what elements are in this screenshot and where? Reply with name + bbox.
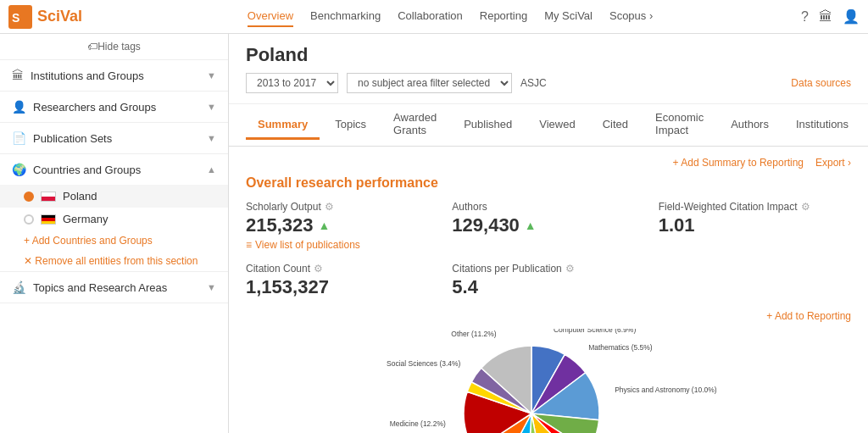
- pie-label: Computer Science (6.9%): [554, 329, 636, 334]
- scholarly-output-trend-icon: ▲: [319, 219, 331, 232]
- add-to-reporting-link[interactable]: + Add to Reporting: [246, 310, 851, 322]
- main-panel: + Add Summary to Reporting Export › Over…: [229, 147, 868, 433]
- citations-per-pub-value: 5.4: [452, 276, 644, 298]
- pie-label: Other (11.2%): [451, 330, 497, 338]
- nav-overview[interactable]: Overview: [248, 6, 293, 27]
- pie-label: Physics and Astronomy (10.0%): [615, 386, 717, 394]
- citations-per-pub-label: Citations per Publication ⚙: [452, 263, 644, 275]
- tab-economic-impact[interactable]: Economic Impact: [643, 104, 715, 146]
- nav-benchmarking[interactable]: Benchmarking: [310, 6, 381, 27]
- list-icon: ≡: [246, 239, 252, 251]
- subject-filter-select[interactable]: no subject area filter selected: [347, 73, 512, 93]
- sidebar-section-institutions: 🏛 Institutions and Groups ▼: [0, 60, 228, 92]
- sidebar-institutions-header[interactable]: 🏛 Institutions and Groups ▼: [0, 60, 228, 91]
- scholarly-output-value: 215,323 ▲: [246, 214, 438, 236]
- hide-tags-button[interactable]: 🏷 Hide tags: [0, 34, 228, 60]
- nav-collaboration[interactable]: Collaboration: [398, 6, 463, 27]
- date-range-select[interactable]: 2013 to 2017: [246, 73, 338, 93]
- sidebar-section-researchers: 👤 Researchers and Groups ▼: [0, 92, 228, 123]
- view-list-link[interactable]: ≡ View list of publications: [246, 239, 438, 251]
- main-layout: 🏷 Hide tags 🏛 Institutions and Groups ▼ …: [0, 34, 868, 433]
- tag-icon: 🏷: [87, 41, 97, 53]
- sidebar-countries-header[interactable]: 🌍 Countries and Groups ▲: [0, 154, 228, 185]
- tab-summary[interactable]: Summary: [246, 111, 320, 140]
- sidebar-section-topics: 🔬 Topics and Research Areas ▼: [0, 272, 228, 303]
- nav-scopus[interactable]: Scopus ›: [609, 6, 653, 27]
- topics-icon: 🔬: [12, 280, 26, 294]
- nav-right: ? 🏛 👤: [801, 8, 860, 25]
- citation-count-value: 1,153,327: [246, 276, 438, 298]
- citations-per-pub-gear-icon[interactable]: ⚙: [565, 263, 575, 275]
- stat-scholarly-output: Scholarly Output ⚙ 215,323 ▲ ≡ View list…: [246, 201, 438, 251]
- filter-row: 2013 to 2017 no subject area filter sele…: [246, 73, 851, 93]
- sidebar-section-countries: 🌍 Countries and Groups ▲ Poland Germany …: [0, 154, 228, 272]
- chevron-down-icon: ▼: [207, 282, 216, 292]
- authors-value: 129,430 ▲: [452, 214, 644, 236]
- sidebar-section-publication-sets: 📄 Publication Sets ▼: [0, 123, 228, 154]
- stat-citations-per-pub: Citations per Publication ⚙ 5.4: [452, 263, 644, 298]
- nav-myscival[interactable]: My SciVal: [544, 6, 593, 27]
- pie-label: Medicine (12.2%): [390, 419, 446, 428]
- tabs-row: Summary Topics Awarded Grants Published …: [229, 104, 868, 147]
- library-icon[interactable]: 🏛: [819, 9, 832, 25]
- add-countries-button[interactable]: + Add Countries and Groups: [0, 230, 228, 251]
- fwci-label: Field-Weighted Citation Impact ⚙: [659, 201, 851, 213]
- country-item-germany[interactable]: Germany: [0, 208, 228, 230]
- content-area: Poland 2013 to 2017 no subject area filt…: [229, 34, 868, 433]
- radio-germany[interactable]: [24, 214, 34, 225]
- fwci-gear-icon[interactable]: ⚙: [801, 201, 810, 213]
- stat-fwci: Field-Weighted Citation Impact ⚙ 1.01: [659, 201, 851, 251]
- nav-reporting[interactable]: Reporting: [480, 6, 527, 27]
- publication-sets-icon: 📄: [12, 131, 26, 145]
- sidebar: 🏷 Hide tags 🏛 Institutions and Groups ▼ …: [0, 34, 229, 433]
- stat-citation-count: Citation Count ⚙ 1,153,327: [246, 263, 438, 298]
- add-summary-to-reporting-link[interactable]: + Add Summary to Reporting: [673, 157, 804, 169]
- panel-actions: + Add Summary to Reporting Export ›: [246, 157, 851, 169]
- institutions-icon: 🏛: [12, 69, 24, 82]
- export-link[interactable]: Export ›: [815, 157, 851, 169]
- pie-chart: Computer Science (6.9%)Mathematics (5.5%…: [260, 329, 837, 433]
- chevron-up-icon: ▲: [207, 164, 216, 175]
- countries-icon: 🌍: [12, 163, 26, 176]
- pie-label: Social Sciences (3.4%): [387, 359, 461, 368]
- chevron-down-icon: ▼: [207, 102, 216, 112]
- user-icon[interactable]: 👤: [843, 8, 860, 25]
- authors-trend-icon: ▲: [525, 219, 537, 232]
- pie-label: Mathematics (5.5%): [588, 343, 653, 352]
- tab-authors[interactable]: Authors: [719, 111, 781, 140]
- fwci-value: 1.01: [659, 214, 851, 236]
- data-sources-link[interactable]: Data sources: [791, 77, 851, 89]
- country-item-poland[interactable]: Poland: [0, 185, 228, 208]
- tab-awarded-grants[interactable]: Awarded Grants: [381, 104, 448, 146]
- scival-logo-icon: S: [8, 5, 32, 29]
- citation-count-label: Citation Count ⚙: [246, 263, 438, 275]
- citation-count-gear-icon[interactable]: ⚙: [314, 263, 323, 275]
- top-navigation: S SciVal Overview Benchmarking Collabora…: [0, 0, 868, 34]
- tab-viewed[interactable]: Viewed: [527, 111, 587, 140]
- logo-text: SciVal: [37, 8, 82, 25]
- help-icon[interactable]: ?: [801, 9, 809, 25]
- researchers-icon: 👤: [12, 100, 26, 114]
- radio-poland[interactable]: [24, 192, 34, 202]
- tab-published[interactable]: Published: [452, 111, 524, 140]
- sidebar-publication-sets-header[interactable]: 📄 Publication Sets ▼: [0, 123, 228, 153]
- flag-germany: [41, 214, 56, 225]
- tab-institutions[interactable]: Institutions: [784, 111, 860, 140]
- stats-grid: Scholarly Output ⚙ 215,323 ▲ ≡ View list…: [246, 201, 851, 251]
- scholarly-output-gear-icon[interactable]: ⚙: [325, 201, 334, 213]
- scholarly-output-label: Scholarly Output ⚙: [246, 201, 438, 213]
- authors-label: Authors: [452, 201, 644, 213]
- flag-poland: [41, 192, 56, 202]
- chevron-down-icon: ▼: [207, 133, 216, 143]
- tab-topics[interactable]: Topics: [323, 111, 378, 140]
- page-title: Poland: [246, 44, 851, 66]
- remove-all-entities-button[interactable]: ✕ Remove all entities from this section: [0, 251, 228, 271]
- sidebar-topics-header[interactable]: 🔬 Topics and Research Areas ▼: [0, 272, 228, 303]
- stats-row2: Citation Count ⚙ 1,153,327 Citations per…: [246, 263, 851, 298]
- asjc-label: ASJC: [520, 77, 547, 89]
- sidebar-researchers-header[interactable]: 👤 Researchers and Groups ▼: [0, 92, 228, 122]
- svg-text:S: S: [12, 11, 19, 25]
- tab-cited[interactable]: Cited: [591, 111, 640, 140]
- logo-area[interactable]: S SciVal: [8, 5, 82, 29]
- pie-chart-area: Computer Science (6.9%)Mathematics (5.5%…: [246, 329, 851, 433]
